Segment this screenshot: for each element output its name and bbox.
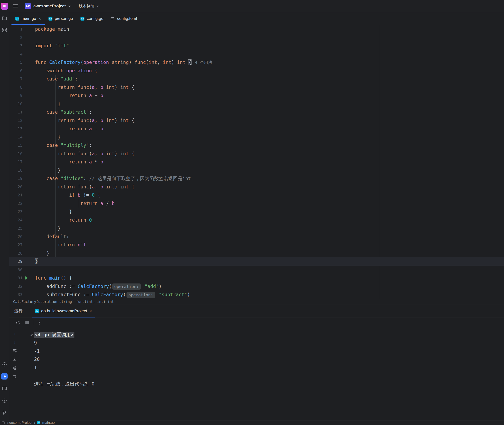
- line-number[interactable]: 32: [9, 282, 23, 291]
- line-number[interactable]: 17: [9, 158, 23, 166]
- line-number[interactable]: 1: [9, 25, 23, 33]
- code-line[interactable]: 29}: [9, 257, 504, 266]
- print-icon[interactable]: [12, 365, 17, 370]
- code-line[interactable]: 28 }: [9, 249, 504, 258]
- line-number[interactable]: 25: [9, 224, 23, 232]
- code-line[interactable]: 11 case "subtract":: [9, 108, 504, 116]
- line-number[interactable]: 14: [9, 133, 23, 141]
- statusbar-file[interactable]: main.go: [42, 421, 54, 425]
- code-line[interactable]: 17 return a * b: [9, 158, 504, 166]
- terminal-icon[interactable]: [0, 382, 9, 394]
- close-icon[interactable]: ×: [89, 309, 92, 313]
- tab-config-go[interactable]: Go config.go: [77, 12, 107, 25]
- run-gutter-icon[interactable]: [25, 276, 28, 280]
- line-number[interactable]: 18: [9, 166, 23, 174]
- code-line[interactable]: 21 if b != 0 {: [9, 191, 504, 199]
- console-fold-arrow[interactable]: >: [30, 332, 33, 337]
- editor-context-line[interactable]: CalcFactory(operation string) func(int, …: [9, 299, 504, 305]
- code-line[interactable]: 22 return a / b: [9, 199, 504, 208]
- project-files-icon[interactable]: [0, 12, 9, 24]
- code-line[interactable]: 23 }: [9, 207, 504, 216]
- code-line[interactable]: 6 switch operation {: [9, 66, 504, 75]
- line-number[interactable]: 27: [9, 241, 23, 249]
- code-line[interactable]: 30: [9, 266, 504, 274]
- code-line[interactable]: 4: [9, 50, 504, 58]
- code-line[interactable]: 14 }: [9, 133, 504, 141]
- code-line[interactable]: 1package main: [9, 25, 504, 33]
- scroll-to-bottom-icon[interactable]: ↓: [12, 339, 17, 345]
- code-line[interactable]: 5func CalcFactory(operation string) func…: [9, 58, 504, 66]
- line-number[interactable]: 5: [9, 58, 23, 66]
- tab-person-go[interactable]: Go person.go: [45, 12, 77, 25]
- line-number[interactable]: 9: [9, 91, 23, 100]
- statusbar-project[interactable]: awesomeProject: [7, 421, 32, 425]
- run-tool-window-icon[interactable]: [0, 370, 9, 382]
- scroll-to-top-icon[interactable]: ↑: [12, 331, 17, 336]
- line-number[interactable]: 33: [9, 290, 23, 299]
- code-line[interactable]: 8 return func(a, b int) int {: [9, 83, 504, 92]
- code-line[interactable]: 31func main() {: [9, 274, 504, 282]
- vcs-widget[interactable]: 版本控制: [79, 3, 99, 9]
- line-number[interactable]: 31: [9, 274, 23, 282]
- stop-icon[interactable]: [25, 321, 29, 324]
- line-number[interactable]: 26: [9, 232, 23, 241]
- line-number[interactable]: 28: [9, 249, 23, 258]
- line-number[interactable]: 20: [9, 183, 23, 191]
- line-number[interactable]: 22: [9, 199, 23, 208]
- line-number[interactable]: 11: [9, 108, 23, 116]
- code-line[interactable]: 32 addFunc := CalcFactory(operation: "ad…: [9, 282, 504, 291]
- line-number[interactable]: 21: [9, 191, 23, 199]
- code-line[interactable]: 12 return func(a, b int) int {: [9, 116, 504, 125]
- project-widget[interactable]: AP awesomeProject: [25, 3, 71, 9]
- structure-icon[interactable]: [0, 24, 9, 36]
- line-number[interactable]: 30: [9, 266, 23, 274]
- line-number[interactable]: 10: [9, 100, 23, 108]
- line-number[interactable]: 13: [9, 125, 23, 133]
- line-number[interactable]: 2: [9, 33, 23, 42]
- line-number[interactable]: 12: [9, 116, 23, 125]
- close-icon[interactable]: ×: [38, 16, 41, 21]
- line-number[interactable]: 24: [9, 216, 23, 224]
- line-number[interactable]: 29: [9, 257, 23, 266]
- line-number[interactable]: 15: [9, 141, 23, 150]
- clear-console-icon[interactable]: [12, 374, 17, 379]
- more-tool-windows-icon[interactable]: ⋯: [0, 36, 9, 48]
- scroll-to-end-icon[interactable]: [12, 357, 17, 362]
- line-number[interactable]: 7: [9, 75, 23, 83]
- line-number[interactable]: 3: [9, 42, 23, 50]
- code-line[interactable]: 27 return nil: [9, 241, 504, 249]
- code-line[interactable]: 10 }: [9, 100, 504, 108]
- tab-config-toml[interactable]: config.toml: [107, 12, 141, 25]
- version-control-branch-icon[interactable]: [0, 406, 9, 419]
- services-icon[interactable]: [0, 358, 9, 370]
- code-line[interactable]: 26 default:: [9, 232, 504, 241]
- code-line[interactable]: 2: [9, 33, 504, 42]
- code-line[interactable]: 15 case "multiply":: [9, 141, 504, 150]
- line-number[interactable]: 16: [9, 150, 23, 158]
- line-number[interactable]: 6: [9, 66, 23, 75]
- code-line[interactable]: 20 return func(a, b int) int {: [9, 183, 504, 191]
- line-number[interactable]: 4: [9, 50, 23, 58]
- code-line[interactable]: 18 }: [9, 166, 504, 174]
- console-output[interactable]: ><4 go 设置调用>9-1201 进程 已完成，退出代码为 0: [20, 328, 504, 420]
- code-line[interactable]: 24 return 0: [9, 216, 504, 224]
- run-tab-go-build[interactable]: Go go build awesomeProject ×: [32, 305, 95, 317]
- rerun-icon[interactable]: [16, 320, 20, 325]
- soft-wrap-icon[interactable]: [12, 348, 17, 353]
- code-line[interactable]: 19 case "divide": // 这里是向下取整了，因为函数签名返回是i…: [9, 174, 504, 183]
- problems-icon[interactable]: [0, 394, 9, 406]
- code-line[interactable]: 33 subtractFunc := CalcFactory(operation…: [9, 290, 504, 299]
- code-line[interactable]: 25 }: [9, 224, 504, 232]
- line-number[interactable]: 8: [9, 83, 23, 92]
- line-number[interactable]: 19: [9, 174, 23, 183]
- console-command-line[interactable]: ><4 go 设置调用>: [20, 331, 504, 339]
- code-line[interactable]: 16 return func(a, b int) int {: [9, 150, 504, 158]
- run-toolwindow-title[interactable]: 运行: [14, 308, 23, 314]
- tab-main-go[interactable]: Go main.go ×: [12, 12, 45, 25]
- line-number[interactable]: 23: [9, 207, 23, 216]
- code-line[interactable]: 9 return a + b: [9, 91, 504, 100]
- code-editor[interactable]: 1package main23import "fmt"45func CalcFa…: [9, 25, 504, 299]
- code-line[interactable]: 7 case "add":: [9, 75, 504, 83]
- main-menu-icon[interactable]: [13, 4, 18, 8]
- code-line[interactable]: 13 return a - b: [9, 125, 504, 133]
